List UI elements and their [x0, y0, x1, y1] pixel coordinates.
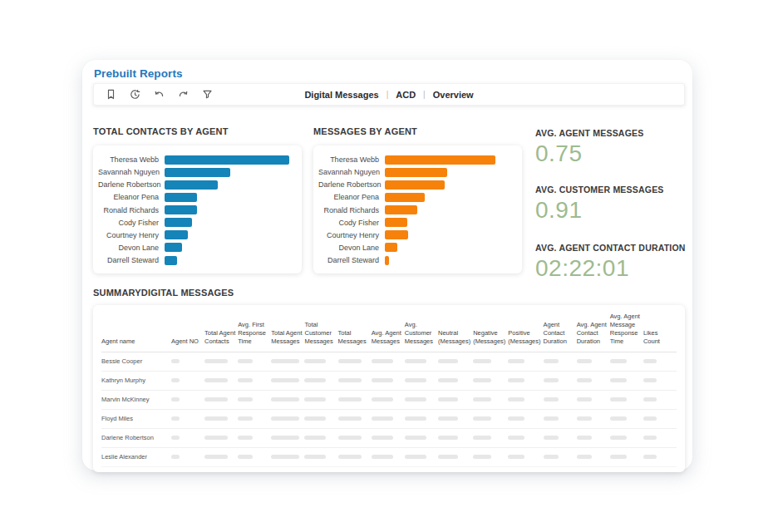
table-cell [544, 391, 577, 410]
page-title: Prebuilt Reports [94, 67, 183, 80]
summary-table: Agent nameAgent NOTotal Agent ContactsAv… [101, 307, 677, 467]
redacted-value-pill [238, 378, 253, 382]
column-header: Negative (Messages) [473, 307, 508, 352]
redacted-value-pill [271, 378, 299, 382]
table-cell [438, 352, 473, 372]
redacted-value-pill [577, 378, 592, 382]
redacted-value-pill [643, 436, 657, 440]
redacted-value-pill [338, 455, 362, 459]
total-contacts-chart-section: TOTAL CONTACTS BY AGENT Theresa WebbSava… [93, 126, 302, 298]
redacted-value-pill [610, 359, 627, 363]
table-cell [304, 448, 337, 467]
summary-table-card: Agent nameAgent NOTotal Agent ContactsAv… [93, 305, 685, 472]
tab-acd[interactable]: ACD [396, 90, 416, 100]
chart-category-label: Darrell Steward [318, 256, 385, 264]
redacted-value-pill [544, 397, 559, 401]
column-header: Positive (Messages) [508, 307, 543, 352]
redacted-value-pill [643, 378, 657, 382]
chart-row: Theresa Webb [318, 154, 512, 165]
table-cell [473, 410, 508, 429]
chart-row: Eleanor Pena [318, 191, 512, 203]
charts-row: TOTAL CONTACTS BY AGENT Theresa WebbSava… [93, 126, 685, 298]
redacted-value-pill [473, 397, 491, 401]
kpi-metrics: AVG. AGENT MESSAGES 0.75 AVG. CUSTOMER M… [534, 126, 686, 298]
redacted-value-pill [577, 436, 592, 440]
tab-digital-messages[interactable]: Digital Messages [304, 90, 378, 100]
history-icon[interactable] [128, 88, 141, 101]
chart-bar [385, 168, 447, 177]
table-cell [304, 372, 337, 391]
redacted-value-pill [643, 397, 657, 401]
table-cell [338, 352, 372, 372]
redacted-value-pill [338, 397, 362, 401]
redacted-value-pill [171, 455, 180, 459]
bookmark-icon[interactable] [104, 88, 117, 101]
redacted-value-pill [508, 378, 524, 382]
table-cell [405, 448, 438, 467]
table-row-agent-name: Kathryn Murphy [101, 372, 171, 391]
table-cell [271, 352, 304, 372]
chart-row: Cody Fisher [318, 217, 512, 229]
redacted-value-pill [577, 455, 592, 459]
column-header: Total Customer Messages [304, 307, 337, 352]
table-cell [473, 372, 508, 391]
redacted-value-pill [508, 359, 524, 363]
chart-category-label: Ronald Richards [98, 206, 165, 214]
tab-overview[interactable]: Overview [433, 90, 474, 100]
table-cell [171, 391, 204, 410]
column-header: Total Messages [338, 307, 372, 352]
redacted-value-pill [438, 359, 458, 363]
summary-table-title: SUMMARYDIGITAL MESSAGES [93, 288, 685, 298]
column-header: Total Agent Contacts [204, 307, 238, 352]
redacted-value-pill [405, 397, 426, 401]
table-cell [338, 429, 372, 448]
table-cell [438, 429, 473, 448]
table-cell [304, 352, 337, 372]
table-cell [372, 448, 405, 467]
summary-table-section: SUMMARYDIGITAL MESSAGES Agent nameAgent … [93, 288, 685, 472]
table-row-agent-name: Bessie Cooper [101, 352, 171, 372]
table-cell [508, 352, 543, 372]
table-cell [610, 410, 643, 429]
redacted-value-pill [372, 359, 393, 363]
report-toolbar: Digital Messages|ACD|Overview [93, 83, 685, 106]
table-cell [473, 391, 508, 410]
table-cell [544, 410, 577, 429]
redacted-value-pill [473, 378, 491, 382]
table-cell [610, 372, 643, 391]
undo-icon[interactable] [152, 88, 165, 101]
table-cell [271, 448, 304, 467]
table-cell [304, 429, 337, 448]
chart-row: Ronald Richards [318, 204, 512, 216]
redacted-value-pill [338, 416, 362, 421]
table-cell [204, 448, 238, 467]
redacted-value-pill [610, 416, 627, 421]
table-cell [577, 372, 610, 391]
redacted-value-pill [372, 436, 393, 440]
table-cell [238, 429, 271, 448]
table-cell [643, 372, 677, 391]
table-cell [171, 429, 204, 448]
chart-bar [165, 155, 289, 165]
chart-bar [165, 205, 197, 214]
chart-category-label: Savannah Nguyen [98, 168, 165, 176]
redacted-value-pill [304, 455, 326, 459]
table-cell [204, 410, 238, 429]
table-cell [271, 372, 304, 391]
redacted-value-pill [405, 359, 426, 363]
chart-row: Darlene Robertson [98, 179, 292, 190]
table-cell [610, 352, 643, 372]
filter-icon[interactable] [200, 88, 214, 101]
redacted-value-pill [577, 416, 592, 421]
redacted-value-pill [438, 397, 458, 401]
table-row-agent-name: Leslie Alexander [101, 448, 171, 467]
redo-icon[interactable] [176, 88, 190, 101]
table-row-agent-name: Floyd Miles [101, 410, 171, 429]
chart-bar [385, 230, 408, 239]
chart-bar [385, 218, 407, 227]
table-cell [643, 410, 677, 429]
redacted-value-pill [544, 359, 559, 363]
redacted-value-pill [238, 416, 253, 421]
table-cell [304, 391, 337, 410]
chart-category-label: Devon Lane [98, 244, 165, 252]
